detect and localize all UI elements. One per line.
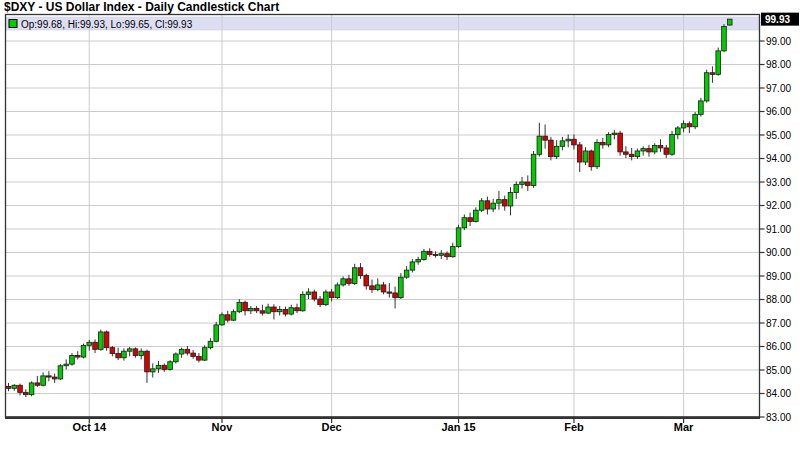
candle-body <box>589 151 594 167</box>
candle <box>174 352 179 363</box>
candle-body <box>58 366 63 379</box>
y-tick-label: 98.00 <box>766 59 791 70</box>
candle-body <box>41 376 46 385</box>
candle <box>70 353 75 366</box>
candle-body <box>47 376 52 377</box>
candle <box>208 338 213 349</box>
candle-body <box>485 201 490 209</box>
candle <box>716 48 721 76</box>
y-tick-label: 97.00 <box>766 83 791 94</box>
candle <box>381 282 386 294</box>
candle <box>24 389 29 397</box>
candle <box>214 322 219 342</box>
candle-body <box>197 356 202 360</box>
candle-body <box>87 342 92 345</box>
candle <box>93 339 98 353</box>
candle <box>64 359 69 369</box>
candle <box>220 312 225 325</box>
candle <box>681 120 686 132</box>
candle-body <box>312 292 317 299</box>
candle <box>560 137 565 150</box>
candles-layer <box>6 19 732 397</box>
candle <box>416 257 421 265</box>
candle-body <box>168 362 173 370</box>
candle <box>727 19 732 26</box>
candle-body <box>29 383 34 395</box>
candle-body <box>191 353 196 356</box>
candle-body <box>699 101 704 114</box>
candle <box>462 214 467 230</box>
candle <box>318 296 323 307</box>
candle-body <box>237 302 242 311</box>
candle-body <box>370 286 375 290</box>
candle-body <box>364 276 369 286</box>
candle-body <box>468 218 473 222</box>
candle-body <box>133 349 138 356</box>
candle-body <box>664 148 669 154</box>
candle-body <box>439 254 444 256</box>
candle <box>693 112 698 129</box>
candle-body <box>404 270 409 277</box>
candle <box>439 250 444 259</box>
x-tick-label: Dec <box>322 421 342 433</box>
candle-body <box>497 200 502 204</box>
candle-body <box>99 332 104 349</box>
candle-body <box>387 292 392 293</box>
candle <box>231 309 236 321</box>
candle-body <box>162 365 167 369</box>
candle <box>283 307 288 317</box>
candle-body <box>295 308 300 311</box>
candle-body <box>64 364 69 366</box>
candle <box>335 283 340 299</box>
candle-body <box>254 308 259 310</box>
candle-body <box>381 285 386 292</box>
candle-body <box>727 19 732 25</box>
candle <box>145 350 150 383</box>
candle-body <box>502 200 507 206</box>
candle <box>352 264 357 285</box>
candle <box>520 177 525 189</box>
candle-body <box>716 51 721 74</box>
candle-body <box>52 377 57 379</box>
candle <box>687 121 692 133</box>
candle-body <box>687 124 692 127</box>
y-tick-label: 95.00 <box>766 130 791 141</box>
candle <box>393 287 398 309</box>
candle-body <box>647 149 652 152</box>
candle <box>52 374 57 383</box>
candle-body <box>543 136 548 140</box>
candle <box>485 197 490 215</box>
candle-body <box>324 292 329 305</box>
dxy-candlestick-chart: $DXY - US Dollar Index - Daily Candlesti… <box>0 0 800 454</box>
candle-body <box>75 355 80 357</box>
candle <box>514 182 519 199</box>
candle <box>502 196 507 211</box>
candle-body <box>156 365 161 369</box>
candle <box>606 132 611 147</box>
candle <box>612 130 617 139</box>
candle-body <box>289 308 294 314</box>
candle <box>41 372 46 386</box>
candle <box>191 350 196 359</box>
candle <box>289 305 294 316</box>
candle-body <box>635 151 640 157</box>
candle-body <box>560 141 565 146</box>
y-tick-label: 92.00 <box>766 200 791 211</box>
candle <box>81 344 86 359</box>
candle <box>47 371 52 381</box>
y-tick-label: 90.00 <box>766 247 791 258</box>
candle-body <box>202 348 207 360</box>
candle-body <box>710 73 715 75</box>
candle-body <box>174 354 179 362</box>
candle-body <box>474 210 479 221</box>
candle-body <box>508 193 513 206</box>
candle <box>87 340 92 351</box>
candle-body <box>606 135 611 145</box>
last-price-tag: 99.93 <box>761 13 799 26</box>
candle-body <box>220 315 225 325</box>
candle-body <box>266 307 271 313</box>
candle <box>324 290 329 306</box>
candle <box>549 137 554 161</box>
candle-body <box>456 228 461 247</box>
y-tick-label: 88.00 <box>766 294 791 305</box>
